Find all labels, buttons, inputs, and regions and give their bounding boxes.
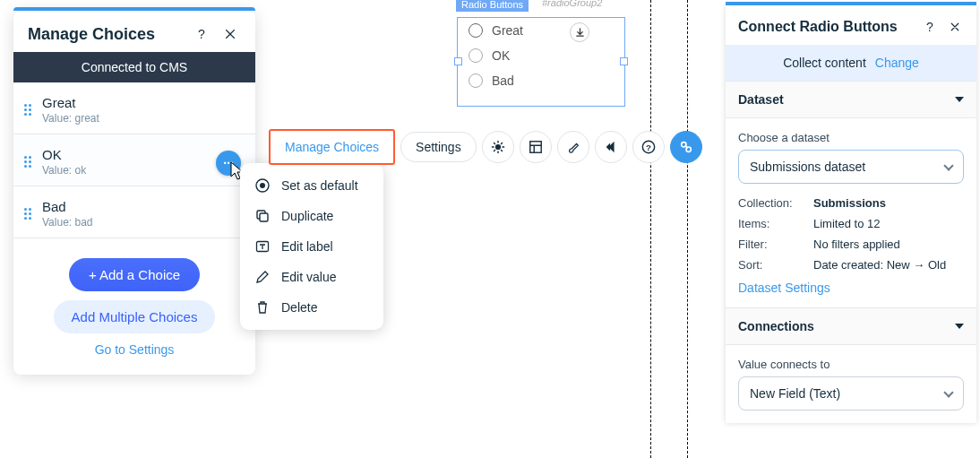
more-options-button[interactable]: ··· [216, 151, 241, 176]
value-connects-select[interactable]: New Field (Text) [738, 376, 964, 410]
editor-canvas: Radio Buttons #radioGroup2 Great OK Bad … [269, 0, 708, 458]
panel-title: Manage Choices [28, 25, 184, 44]
choice-item[interactable]: Bad Value: bad [13, 186, 255, 238]
svg-text:?: ? [646, 143, 651, 152]
close-icon[interactable] [946, 18, 964, 36]
download-icon[interactable] [570, 22, 589, 42]
go-to-settings-link[interactable]: Go to Settings [95, 342, 175, 357]
radio-buttons-element[interactable]: Great OK Bad [457, 17, 625, 107]
close-icon[interactable] [219, 23, 241, 45]
choose-dataset-label: Choose a dataset [738, 131, 964, 144]
design-icon[interactable] [482, 131, 514, 163]
chevron-down-icon [955, 97, 964, 102]
help-icon[interactable]: ? [921, 18, 939, 36]
dataset-section-header[interactable]: Dataset [726, 81, 976, 118]
element-id-label: #radioGroup2 [542, 0, 602, 8]
radio-option[interactable]: Great [458, 18, 624, 43]
dataset-settings-link[interactable]: Dataset Settings [738, 281, 964, 295]
collect-content-bar: Collect content Change [726, 45, 976, 81]
settings-button[interactable]: Settings [400, 132, 477, 162]
brush-icon[interactable] [557, 131, 589, 163]
manage-choices-panel: Manage Choices ? Connected to CMS Great … [13, 11, 255, 375]
connect-data-icon[interactable] [670, 131, 702, 163]
drag-handle-icon[interactable] [24, 104, 33, 116]
svg-rect-3 [260, 213, 268, 221]
guideline [650, 0, 651, 458]
svg-point-5 [495, 144, 501, 150]
choice-value: Value: bad [42, 216, 245, 229]
drag-handle-icon[interactable] [24, 208, 33, 220]
svg-point-1 [260, 183, 265, 188]
choice-label: Bad [42, 199, 245, 214]
layout-icon[interactable] [520, 131, 552, 163]
drag-handle-icon[interactable] [24, 156, 33, 168]
help-icon[interactable]: ? [191, 23, 212, 45]
cms-banner: Connected to CMS [13, 52, 255, 82]
help-icon[interactable]: ? [632, 131, 665, 163]
radio-option[interactable]: Bad [458, 68, 624, 93]
dataset-select[interactable]: Submissions dataset [738, 150, 964, 184]
element-toolbar: Manage Choices Settings ? [269, 129, 702, 165]
add-multiple-choices-button[interactable]: Add Multiple Choices [54, 300, 216, 333]
svg-rect-6 [529, 142, 540, 152]
animation-icon[interactable] [595, 131, 627, 163]
choice-label: Great [42, 95, 245, 110]
collect-content-label: Collect content [783, 56, 866, 70]
chevron-down-icon [943, 387, 953, 397]
value-connects-label: Value connects to [738, 358, 964, 371]
manage-choices-button[interactable]: Manage Choices [269, 129, 395, 165]
dataset-details: Collection:Submissions Items:Limited to … [738, 196, 964, 272]
choice-value: Value: great [42, 112, 245, 125]
element-type-tag: Radio Buttons [456, 0, 529, 12]
choice-item[interactable]: Great Value: great [13, 82, 255, 134]
panel-title: Connect Radio Buttons [738, 19, 914, 35]
choice-item[interactable]: OK Value: ok ··· [13, 134, 255, 186]
radio-option[interactable]: OK [458, 43, 624, 68]
add-choice-button[interactable]: + Add a Choice [69, 258, 200, 291]
connect-radio-buttons-panel: Connect Radio Buttons ? Collect content … [726, 5, 976, 423]
chevron-down-icon [955, 324, 964, 329]
change-link[interactable]: Change [875, 56, 919, 70]
choice-list: Great Value: great OK Value: ok ··· Bad … [13, 82, 255, 238]
connections-section-header[interactable]: Connections [726, 307, 976, 345]
chevron-down-icon [943, 160, 953, 170]
choice-label: OK [42, 147, 245, 162]
choice-value: Value: ok [42, 164, 245, 177]
guideline [687, 0, 688, 458]
